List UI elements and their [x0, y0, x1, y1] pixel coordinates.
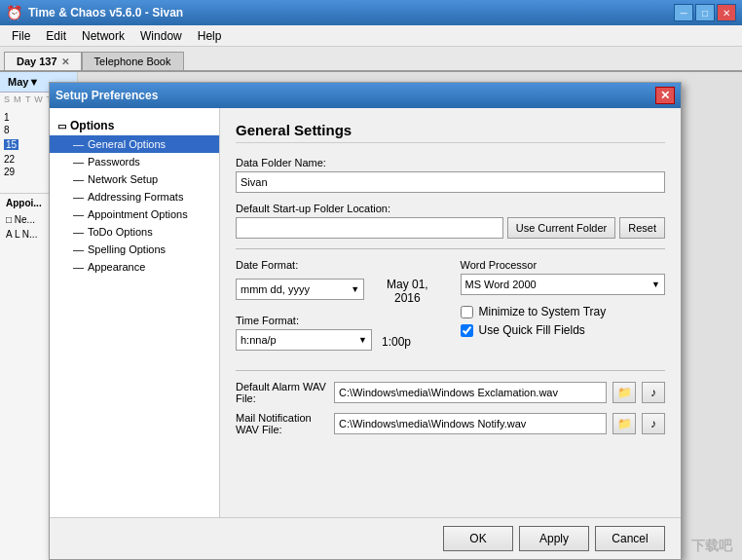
tab-close-day137[interactable]: ✕	[61, 56, 69, 67]
mail-wav-row: Mail Notification WAV File: 📁 ♪	[236, 412, 665, 435]
time-format-select[interactable]: h:nna/p ▼	[236, 329, 372, 351]
word-processor-col: Word Processor MS Word 2000 ▼ Minimize t…	[461, 259, 666, 360]
dialog-title-bar: Setup Preferences ✕	[50, 83, 681, 108]
tree-dash-icon: —	[73, 208, 84, 220]
date-format-row: Date Format: mmm dd, yyyy ▼ May 01, 2016	[236, 259, 441, 305]
app-title: Time & Chaos v5.6.0 - Sivan	[28, 6, 183, 19]
word-processor-label: Word Processor	[461, 259, 666, 271]
data-folder-input[interactable]	[236, 171, 665, 193]
tree-dash-icon: —	[73, 156, 84, 168]
tree-item-addressing-formats[interactable]: — Addressing Formats	[50, 188, 219, 205]
reset-button[interactable]: Reset	[619, 217, 665, 239]
quick-fill-checkbox[interactable]	[461, 324, 473, 337]
alarm-wav-row: Default Alarm WAV File: 📁 ♪	[236, 381, 665, 404]
watermark: 下载吧	[691, 538, 732, 555]
apply-button[interactable]: Apply	[519, 526, 589, 551]
tree-dash-icon: —	[73, 138, 84, 150]
date-word-row: Date Format: mmm dd, yyyy ▼ May 01, 2016…	[236, 259, 665, 360]
tab-day137[interactable]: Day 137 ✕	[4, 52, 82, 70]
minimize-tray-label: Minimize to System Tray	[479, 305, 607, 318]
mail-wav-label: Mail Notification WAV File:	[236, 412, 328, 435]
section-title: General Settings	[236, 122, 665, 143]
maximize-button[interactable]: □	[695, 4, 715, 21]
menu-file[interactable]: File	[4, 27, 38, 45]
tree-dash-icon: —	[73, 261, 84, 273]
tab-bar: Day 137 ✕ Telephone Book	[0, 47, 742, 72]
startup-folder-controls: Use Current Folder Reset	[236, 217, 665, 239]
word-processor-row: Word Processor MS Word 2000 ▼	[461, 259, 666, 295]
menu-network[interactable]: Network	[74, 27, 132, 45]
tree-dash-icon: —	[73, 243, 84, 255]
tree-dash-icon: —	[73, 226, 84, 238]
date-format-arrow: ▼	[351, 284, 359, 294]
quick-fill-label: Use Quick Fill Fields	[479, 323, 585, 337]
data-folder-row: Data Folder Name:	[236, 157, 665, 193]
minimize-tray-checkbox[interactable]	[461, 306, 473, 318]
tree-item-spelling-options[interactable]: — Spelling Options	[50, 241, 219, 258]
date-format-select[interactable]: mmm dd, yyyy ▼	[236, 279, 364, 300]
menu-bar: File Edit Network Window Help	[0, 25, 742, 47]
cancel-button[interactable]: Cancel	[595, 526, 665, 551]
date-format-label: Date Format:	[236, 259, 441, 271]
content-panel: General Settings Data Folder Name: Defau…	[220, 108, 681, 517]
divider2	[236, 370, 665, 371]
time-format-arrow: ▼	[358, 335, 367, 345]
alarm-folder-button[interactable]: 📁	[612, 382, 636, 403]
setup-preferences-dialog: Setup Preferences ✕ ▭ Options — General …	[49, 82, 682, 560]
time-format-label: Time Format:	[236, 315, 441, 326]
options-tree: ▭ Options — General Options — Passwords …	[50, 108, 220, 517]
use-current-folder-button[interactable]: Use Current Folder	[507, 217, 616, 239]
tree-item-network-setup[interactable]: — Network Setup	[50, 170, 219, 188]
title-bar: ⏰ Time & Chaos v5.6.0 - Sivan ─ □ ✕	[0, 0, 742, 25]
menu-help[interactable]: Help	[190, 27, 230, 45]
menu-edit[interactable]: Edit	[38, 27, 74, 45]
minimize-tray-row: Minimize to System Tray	[461, 305, 666, 318]
ok-button[interactable]: OK	[443, 526, 513, 551]
date-preview: May 01, 2016	[374, 278, 440, 305]
tree-item-passwords[interactable]: — Passwords	[50, 153, 219, 170]
collapse-icon[interactable]: ▭	[57, 121, 66, 131]
minimize-button[interactable]: ─	[674, 4, 693, 21]
quick-fill-row: Use Quick Fill Fields	[461, 323, 666, 337]
divider	[236, 248, 665, 249]
dialog-close-button[interactable]: ✕	[655, 87, 675, 104]
startup-folder-label: Default Start-up Folder Location:	[236, 203, 665, 214]
startup-folder-row: Default Start-up Folder Location: Use Cu…	[236, 203, 665, 239]
time-preview: 1:00p	[382, 335, 411, 349]
tree-item-appearance[interactable]: — Appearance	[50, 258, 219, 276]
tree-dash-icon: —	[73, 191, 84, 203]
menu-window[interactable]: Window	[132, 27, 190, 45]
alarm-wav-label: Default Alarm WAV File:	[236, 381, 328, 404]
word-processor-select[interactable]: MS Word 2000 ▼	[461, 274, 666, 295]
app-close-button[interactable]: ✕	[717, 4, 736, 21]
tree-item-appointment-options[interactable]: — Appointment Options	[50, 205, 219, 223]
window-controls: ─ □ ✕	[674, 4, 736, 21]
word-processor-arrow: ▼	[651, 280, 660, 289]
tab-telephone-book[interactable]: Telephone Book	[82, 52, 184, 70]
alarm-play-button[interactable]: ♪	[642, 382, 665, 403]
dialog-title: Setup Preferences	[56, 89, 158, 102]
mail-folder-button[interactable]: 📁	[612, 413, 636, 434]
time-format-row: Time Format: h:nna/p ▼ 1:00p	[236, 315, 441, 351]
data-folder-label: Data Folder Name:	[236, 157, 665, 168]
dialog-footer: OK Apply Cancel	[50, 517, 681, 559]
dialog-body: ▭ Options — General Options — Passwords …	[50, 108, 681, 517]
mail-play-button[interactable]: ♪	[642, 413, 665, 434]
tree-item-general-options[interactable]: — General Options	[50, 135, 219, 153]
alarm-wav-input[interactable]	[334, 382, 607, 403]
date-time-col: Date Format: mmm dd, yyyy ▼ May 01, 2016…	[236, 259, 441, 360]
tree-root: ▭ Options	[50, 116, 219, 135]
mail-wav-input[interactable]	[334, 413, 607, 434]
tree-dash-icon: —	[73, 173, 84, 185]
main-area: May▼ SMTWTFS 1 8 15 22 29 Appoi... □ Ne.…	[0, 72, 742, 560]
tree-item-todo-options[interactable]: — ToDo Options	[50, 223, 219, 241]
app-icon: ⏰	[6, 5, 22, 20]
startup-folder-input[interactable]	[236, 217, 503, 239]
